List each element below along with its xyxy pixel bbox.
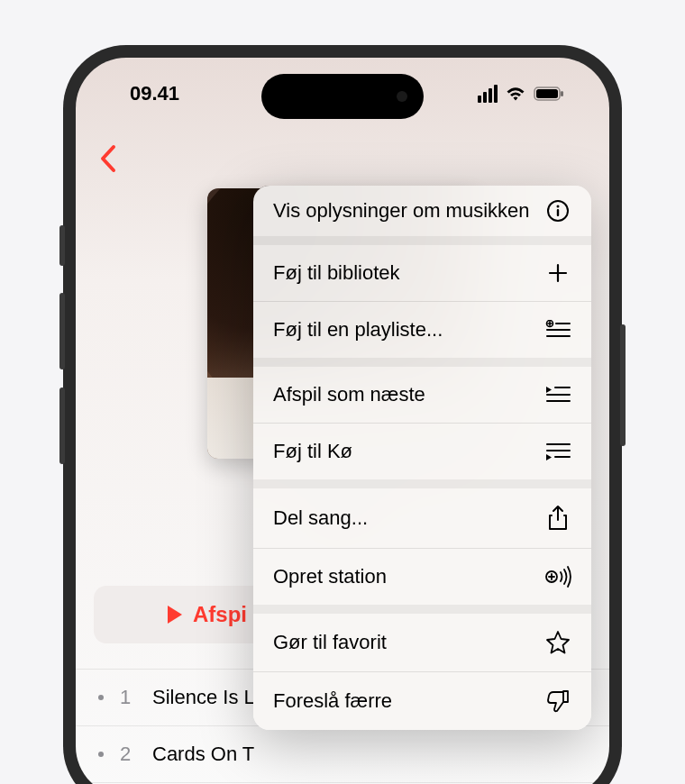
menu-label: Føj til en playliste...	[273, 318, 443, 342]
menu-suggest-less[interactable]: Foreslå færre	[253, 672, 591, 730]
share-icon	[544, 505, 571, 532]
battery-icon	[534, 87, 564, 101]
silent-switch	[59, 225, 65, 266]
dynamic-island	[261, 74, 424, 119]
svg-rect-2	[561, 91, 563, 96]
menu-label: Vis oplysninger om musikken	[273, 198, 530, 223]
back-button[interactable]	[98, 143, 118, 178]
status-time: 09.41	[130, 82, 179, 105]
volume-down-button	[59, 387, 65, 464]
menu-add-library[interactable]: Føj til bibliotek	[253, 245, 591, 301]
station-icon	[544, 566, 571, 588]
menu-label: Del sang...	[273, 506, 368, 530]
menu-view-info[interactable]: Vis oplysninger om musikken	[253, 186, 591, 236]
play-label: Afspi	[193, 602, 247, 627]
volume-up-button	[59, 293, 65, 369]
track-number: 2	[120, 743, 136, 766]
menu-label: Foreslå færre	[273, 689, 392, 713]
menu-label: Føj til Kø	[273, 440, 352, 463]
add-to-queue-icon	[544, 442, 571, 461]
star-icon	[544, 630, 571, 655]
power-button	[620, 324, 626, 446]
svg-rect-1	[536, 89, 558, 98]
phone-screen: 09.41	[76, 58, 609, 784]
track-dot-icon	[98, 695, 104, 700]
menu-add-queue[interactable]: Føj til Kø	[253, 424, 591, 479]
menu-label: Gør til favorit	[273, 631, 387, 654]
menu-play-next[interactable]: Afspil som næste	[253, 367, 591, 423]
menu-share-song[interactable]: Del sang...	[253, 488, 591, 548]
phone-frame: 09.41	[63, 45, 622, 784]
track-row[interactable]: 2 Cards On T	[76, 726, 609, 783]
play-icon	[166, 605, 184, 624]
svg-point-4	[557, 205, 560, 207]
thumbs-down-icon	[544, 688, 571, 714]
info-icon	[544, 199, 571, 223]
menu-favorite[interactable]: Gør til favorit	[253, 614, 591, 671]
plus-icon	[544, 262, 571, 284]
track-title: Cards On T	[152, 743, 254, 766]
wifi-icon	[505, 86, 526, 102]
cellular-signal-icon	[478, 85, 498, 103]
menu-label: Opret station	[273, 565, 387, 588]
chevron-left-icon	[98, 143, 118, 174]
context-menu: Vis oplysninger om musikken Føj til bibl…	[253, 186, 591, 730]
play-next-icon	[544, 385, 571, 405]
status-icons	[478, 85, 564, 103]
svg-rect-5	[557, 209, 559, 216]
track-number: 1	[120, 686, 136, 709]
menu-create-station[interactable]: Opret station	[253, 549, 591, 605]
add-to-playlist-icon	[544, 320, 571, 340]
track-title: Silence Is L	[152, 686, 255, 709]
track-dot-icon	[98, 752, 104, 757]
menu-add-playlist[interactable]: Føj til en playliste...	[253, 302, 591, 358]
menu-label: Føj til bibliotek	[273, 261, 400, 285]
menu-label: Afspil som næste	[273, 383, 425, 406]
front-camera	[397, 91, 407, 102]
